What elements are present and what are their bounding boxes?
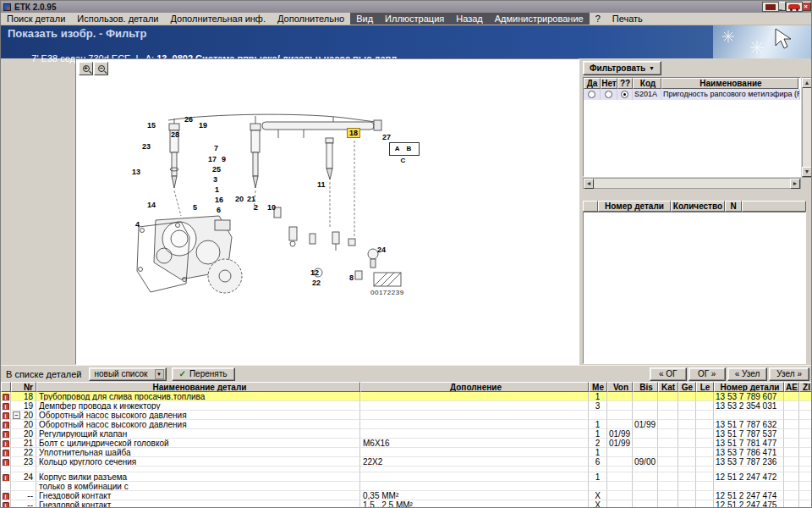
table-row[interactable] [1, 467, 812, 472]
part-callout[interactable]: 11 [317, 180, 326, 189]
radio-unknown[interactable] [621, 91, 628, 98]
part-callout[interactable]: 27 [382, 133, 391, 141]
part-callout[interactable]: 15 [147, 121, 156, 130]
part-callout[interactable]: 12 [310, 268, 319, 277]
scroll-left-button[interactable]: ◄ [584, 179, 594, 189]
col-part-number[interactable]: Номер детали [714, 382, 784, 392]
nav-button[interactable]: Узел » [769, 367, 809, 381]
col-unknown[interactable]: ?? [617, 78, 633, 89]
vertical-scrollbar[interactable]: ▲ ▼ [802, 77, 812, 178]
col-part-number[interactable]: Номер детали [598, 201, 671, 212]
info-icon[interactable]: i [3, 502, 9, 508]
part-callout[interactable]: 19 [199, 121, 207, 130]
info-icon[interactable]: i [3, 422, 9, 429]
table-row[interactable]: i 24 Корпус вилки разъема 1 12 51 2 247 … [1, 472, 812, 482]
part-callout[interactable]: 5 [193, 203, 197, 212]
col-bis[interactable]: Bis [633, 382, 658, 392]
selection-table-body[interactable] [583, 212, 806, 364]
part-callout[interactable]: 21 [247, 195, 255, 203]
col-le[interactable]: Le [696, 382, 714, 392]
new-list-dropdown[interactable]: новый список ▼ [89, 367, 167, 381]
menu-item[interactable]: Дополнительная инф. [164, 13, 272, 25]
part-callout[interactable]: 20 [235, 195, 244, 203]
menu-item[interactable]: Администрирование [489, 13, 590, 25]
col-n[interactable]: N [725, 201, 742, 212]
title-bar[interactable]: ЕТК 2.0.95 _ □ × [1, 1, 812, 13]
car-icon[interactable] [786, 2, 803, 12]
col-kat[interactable]: Kat [658, 382, 678, 392]
col-ge[interactable]: Ge [678, 382, 696, 392]
menu-item[interactable]: Вид [350, 13, 379, 25]
info-icon[interactable]: i [3, 412, 9, 420]
nav-button[interactable]: « Узел [727, 367, 768, 381]
part-callout[interactable]: 1 [215, 185, 219, 194]
nav-button[interactable]: ОГ » [689, 367, 726, 381]
table-row[interactable]: i 22 Уплотнительная шайба 1 13 53 7 786 … [1, 448, 812, 457]
horizontal-scrollbar[interactable]: ◄ ► [583, 178, 801, 189]
part-callout[interactable]: 7 [214, 144, 218, 152]
illustration-panel[interactable]: + − [75, 58, 579, 365]
table-row[interactable]: i -- Гнездовой контакт 1,5...2,5 MM² X 1… [1, 500, 812, 508]
part-callout[interactable]: 18 [347, 128, 360, 138]
table-row[interactable]: i −20 Оборотный насос высокого давления [1, 411, 812, 420]
col-von[interactable]: Von [607, 382, 633, 392]
col-code[interactable]: Код [633, 78, 661, 89]
col-quantity[interactable]: Количество [671, 201, 725, 212]
table-row[interactable]: i 20 Оборотный насос высокого давления 1… [1, 420, 812, 429]
table-row[interactable]: i 18 Трубопровод для слива просачив.топл… [1, 392, 812, 401]
info-icon[interactable]: i [3, 431, 9, 439]
table-row[interactable]: i 21 Болт с цилиндрической головкой M6X1… [1, 439, 812, 448]
part-callout[interactable]: 16 [215, 196, 223, 204]
zoom-in-button[interactable]: + [79, 62, 93, 75]
part-callout[interactable]: 6 [217, 206, 221, 214]
chevron-down-icon[interactable]: ▼ [155, 369, 164, 379]
parts-diagram[interactable]: A B C 00172239 15 26 19 28 23 13 14 [130, 110, 426, 306]
table-row[interactable]: i 23 Кольцо круглого сечения 22X2 6 09/0… [1, 457, 812, 467]
menu-item[interactable]: Использов. детали [71, 13, 164, 25]
info-icon[interactable]: i [3, 474, 9, 482]
menu-item[interactable]: Иллюстрация [379, 13, 450, 25]
scroll-up-button[interactable]: ▲ [802, 78, 812, 88]
part-callout[interactable]: 13 [132, 168, 140, 176]
menu-item[interactable]: Дополнительно [272, 13, 350, 25]
part-callout[interactable]: 14 [147, 201, 156, 209]
scroll-down-button[interactable]: ▼ [802, 167, 812, 177]
col-zi[interactable]: ZI [799, 382, 812, 392]
filter-button[interactable]: Фильтровать ▼ [583, 61, 661, 75]
part-callout[interactable]: 8 [349, 273, 354, 282]
part-callout[interactable]: 4 [135, 220, 140, 229]
menu-item[interactable]: ? [590, 13, 606, 25]
alert-icon[interactable] [762, 2, 779, 12]
col-me[interactable]: Ме [589, 382, 607, 392]
filter-row[interactable]: S201A Пригодность рапсового метилэфира (… [584, 89, 800, 100]
part-callout[interactable]: 25 [212, 165, 221, 174]
col-nr[interactable]: Nr [11, 382, 36, 392]
menu-item[interactable]: Печать [606, 13, 649, 25]
col-ae[interactable]: AE [784, 382, 799, 392]
col-supplement[interactable]: Дополнение [360, 382, 589, 392]
col-part-name[interactable]: Наименование детали [36, 382, 360, 392]
info-icon[interactable]: i [3, 493, 9, 500]
info-icon[interactable]: i [3, 394, 9, 401]
col-name[interactable]: Наименование [661, 78, 798, 89]
part-callout[interactable]: 10 [267, 203, 276, 212]
table-row[interactable]: только в комбинации с [1, 482, 812, 491]
part-callout[interactable]: 26 [184, 115, 193, 124]
info-icon[interactable]: i [3, 403, 9, 411]
part-callout[interactable]: 24 [377, 246, 386, 254]
table-row[interactable]: i 19 Демпфер провода к инжектору 3 13 53… [1, 401, 812, 411]
collapse-icon[interactable]: − [13, 411, 20, 419]
radio-yes[interactable] [588, 91, 595, 98]
table-row[interactable]: i -- Гнездовой контакт 0,35 MM² X 12 51 … [1, 491, 812, 500]
part-callout[interactable]: 3 [213, 175, 217, 184]
menu-item[interactable]: Поиск детали [1, 13, 71, 25]
info-icon[interactable]: i [3, 459, 9, 467]
part-callout[interactable]: 23 [142, 142, 151, 151]
zoom-out-button[interactable]: − [94, 62, 108, 75]
col-yes[interactable]: Да [584, 78, 601, 89]
apply-button[interactable]: ✓ Перенять [172, 367, 235, 381]
info-icon[interactable]: i [3, 450, 9, 457]
part-callout[interactable]: 9 [222, 155, 226, 163]
table-row[interactable]: i 20 Регулирующий клапан 1 01/99 13 51 7… [1, 429, 812, 439]
part-callout[interactable]: 22 [312, 279, 321, 287]
